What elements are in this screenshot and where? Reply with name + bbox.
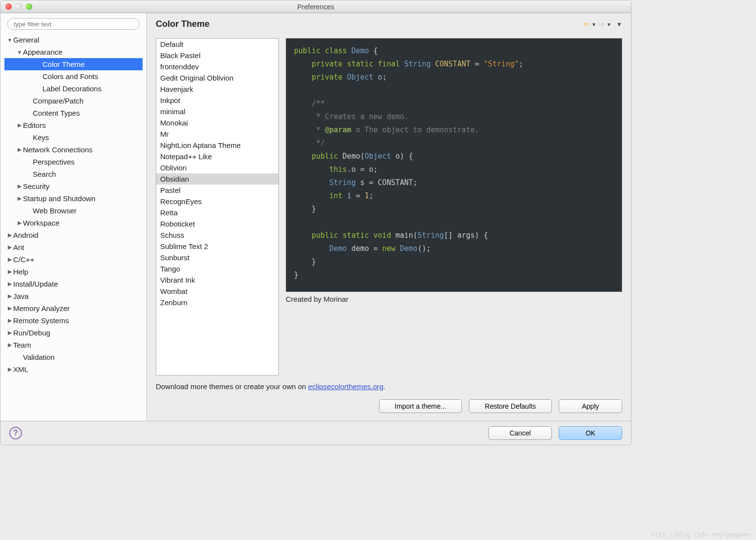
tree-item-web-browser[interactable]: Web Browser [4,205,143,217]
nav-back-menu-icon[interactable]: ▾ [592,21,595,28]
theme-item-notepad-like[interactable]: Notepad++ Like [156,151,278,162]
tree-item-network-connections[interactable]: ▶Network Connections [4,144,143,156]
theme-item-minimal[interactable]: minimal [156,106,278,117]
tree-item-compare-patch[interactable]: Compare/Patch [4,95,143,107]
theme-item-tango[interactable]: Tango [156,263,278,274]
theme-item-frontenddev[interactable]: frontenddev [156,61,278,72]
tree-item-android[interactable]: ▶Android [4,229,143,241]
page-title: Color Theme [156,19,210,29]
tree-item-validation[interactable]: Validation [4,351,143,363]
theme-item-mr[interactable]: Mr [156,128,278,140]
tree-item-label: Help [13,268,28,276]
tree-item-label: C/C++ [13,255,34,264]
tree-item-help[interactable]: ▶Help [4,266,143,278]
tree-item-label: Search [33,170,56,178]
ok-button[interactable]: OK [559,426,622,440]
main-panel: Color Theme ⇦ ▾ ⇨ ▾ ▼ DefaultBlack Paste… [147,13,631,421]
theme-item-gedit-original-oblivion[interactable]: Gedit Original Oblivion [156,72,278,83]
theme-item-pastel[interactable]: Pastel [156,185,278,196]
download-link[interactable]: eclipsecolorthemes.org [308,382,383,391]
tree-item-label: Editors [23,121,46,129]
apply-button[interactable]: Apply [559,399,622,413]
tree-item-general[interactable]: ▼General [4,34,143,46]
theme-item-default[interactable]: Default [156,39,278,50]
tree-item-label-decorations[interactable]: Label Decorations [4,83,143,95]
tree-item-security[interactable]: ▶Security [4,180,143,192]
watermark: http://blog.csdn.net/yangdev [651,531,750,538]
theme-item-recogneyes[interactable]: RecognEyes [156,196,278,207]
nav-forward-menu-icon[interactable]: ▾ [608,21,610,28]
titlebar: Preferences [0,0,631,13]
download-text-post: . [383,382,385,391]
tree-item-label: Colors and Fonts [42,72,98,81]
tree-item-label: Perspectives [33,158,75,166]
nav-forward-icon[interactable]: ⇨ [598,20,605,29]
chevron-right-icon: ▶ [6,305,13,312]
tree-item-colors-and-fonts[interactable]: Colors and Fonts [4,70,143,83]
tree-item-run-debug[interactable]: ▶Run/Debug [4,327,143,339]
tree-item-editors[interactable]: ▶Editors [4,119,143,131]
tree-item-appearance[interactable]: ▼Appearance [4,46,143,58]
button-row: Import a theme... Restore Defaults Apply [147,395,631,421]
chevron-right-icon: ▶ [6,256,13,263]
theme-item-inkpot[interactable]: Inkpot [156,95,278,106]
nav-dropdown-icon[interactable]: ▼ [616,21,622,28]
tree-item-workspace[interactable]: ▶Workspace [4,217,143,229]
filter-input[interactable] [7,18,140,30]
preferences-tree[interactable]: ▼General▼AppearanceColor ThemeColors and… [4,34,143,416]
tree-item-label: Keys [33,133,49,142]
theme-list[interactable]: DefaultBlack PastelfrontenddevGedit Orig… [156,38,279,375]
cancel-button[interactable]: Cancel [488,426,552,440]
tree-item-xml[interactable]: ▶XML [4,363,143,375]
tree-item-content-types[interactable]: Content Types [4,107,143,119]
tree-item-label: Team [13,341,31,349]
tree-item-ant[interactable]: ▶Ant [4,241,143,253]
tree-item-label: Workspace [23,219,60,227]
chevron-right-icon: ▶ [6,330,13,336]
nav-back-icon[interactable]: ⇦ [583,20,589,29]
tree-item-team[interactable]: ▶Team [4,339,143,351]
tree-item-label: Label Decorations [42,84,102,93]
theme-item-oblivion[interactable]: Oblivion [156,162,278,173]
chevron-right-icon: ▶ [6,293,13,299]
tree-item-label: Appearance [23,48,63,56]
tree-item-java[interactable]: ▶Java [4,290,143,302]
theme-item-sunburst[interactable]: Sunburst [156,252,278,263]
chevron-right-icon: ▶ [16,122,23,128]
tree-item-install-update[interactable]: ▶Install/Update [4,278,143,290]
filter-wrap [7,18,140,30]
theme-item-schuss[interactable]: Schuss [156,229,278,241]
tree-item-keys[interactable]: Keys [4,131,143,144]
import-theme-button[interactable]: Import a theme... [379,399,462,413]
download-text-pre: Download more themes or create your own … [156,382,308,391]
theme-item-obsidian[interactable]: Obsidian [156,173,278,185]
tree-item-search[interactable]: Search [4,168,143,180]
chevron-right-icon: ▶ [6,232,13,238]
tree-item-startup-and-shutdown[interactable]: ▶Startup and Shutdown [4,192,143,205]
theme-credit: Created by Morinar [286,295,622,303]
tree-item-memory-analyzer[interactable]: ▶Memory Analyzer [4,302,143,314]
theme-item-zenburn[interactable]: Zenburn [156,297,278,308]
theme-item-havenjark[interactable]: Havenjark [156,83,278,95]
main-content: DefaultBlack PastelfrontenddevGedit Orig… [147,33,631,378]
theme-item-black-pastel[interactable]: Black Pastel [156,50,278,61]
tree-item-remote-systems[interactable]: ▶Remote Systems [4,314,143,327]
theme-item-roboticket[interactable]: Roboticket [156,218,278,229]
theme-item-sublime-text-2[interactable]: Sublime Text 2 [156,241,278,252]
help-icon[interactable]: ? [9,427,22,439]
footer: ? Cancel OK [0,421,631,445]
theme-item-wombat[interactable]: Wombat [156,286,278,297]
tree-item-label: Memory Analyzer [13,304,70,312]
theme-item-retta[interactable]: Retta [156,207,278,218]
tree-item-perspectives[interactable]: Perspectives [4,156,143,168]
window-title: Preferences [0,3,631,11]
theme-item-nightlion-aptana-theme[interactable]: NightLion Aptana Theme [156,140,278,151]
restore-defaults-button[interactable]: Restore Defaults [469,399,552,413]
theme-item-vibrant-ink[interactable]: Vibrant Ink [156,274,278,286]
tree-item-color-theme[interactable]: Color Theme [4,58,143,70]
tree-item-c-c-[interactable]: ▶C/C++ [4,253,143,266]
theme-item-monokai[interactable]: Monokai [156,117,278,128]
tree-item-label: Android [13,231,39,239]
chevron-right-icon: ▶ [16,183,23,189]
chevron-right-icon: ▶ [6,366,13,373]
